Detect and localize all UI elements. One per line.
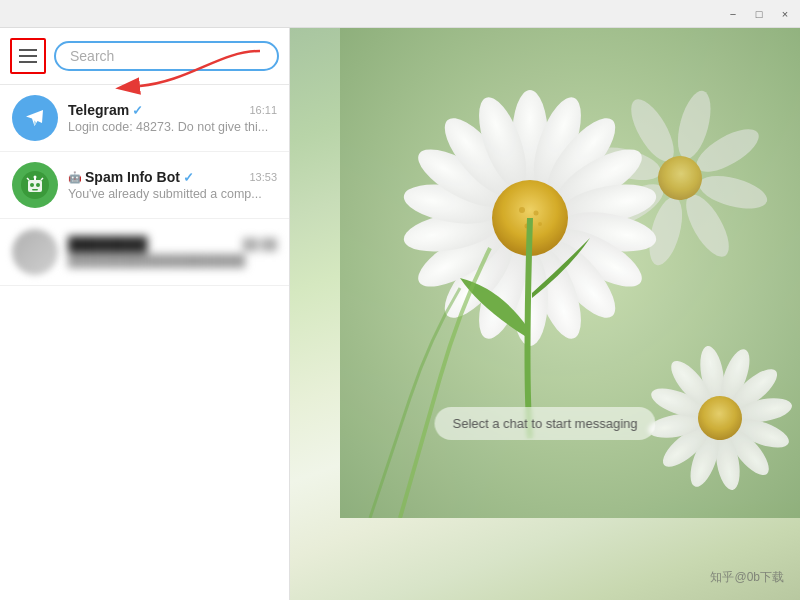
- svg-point-42: [538, 222, 542, 226]
- watermark-text: 知乎@0b下载: [710, 569, 784, 586]
- avatar-blurred: [12, 229, 58, 275]
- chat-time-spam-bot: 13:53: [249, 171, 277, 183]
- title-bar: − □ ×: [0, 0, 800, 28]
- chat-preview-blurred: ████████████████████: [68, 254, 277, 268]
- chat-info-spam-bot: 🤖 Spam Info Bot ✓ 13:53 You've already s…: [68, 169, 277, 201]
- svg-point-3: [30, 183, 34, 187]
- chat-name-row-telegram: Telegram ✓ 16:11: [68, 102, 277, 118]
- chat-info-telegram: Telegram ✓ 16:11 Login code: 48273. Do n…: [68, 102, 277, 134]
- select-chat-message: Select a chat to start messaging: [435, 407, 656, 440]
- chat-time-blurred: ██:██: [243, 238, 277, 250]
- chat-preview-telegram: Login code: 48273. Do not give thi...: [68, 120, 277, 134]
- svg-rect-5: [32, 189, 38, 191]
- chat-info-blurred: ████████ ██:██ ████████████████████: [68, 236, 277, 268]
- close-button[interactable]: ×: [776, 5, 794, 23]
- menu-icon-line2: [19, 55, 37, 57]
- watermark: 知乎@0b下载: [710, 569, 784, 586]
- maximize-button[interactable]: □: [750, 5, 768, 23]
- search-bar: [0, 28, 289, 85]
- search-input[interactable]: [70, 48, 263, 64]
- chat-item-spam-bot[interactable]: 🤖 Spam Info Bot ✓ 13:53 You've already s…: [0, 152, 289, 219]
- svg-point-39: [519, 207, 525, 213]
- app-container: Telegram ✓ 16:11 Login code: 48273. Do n…: [0, 28, 800, 600]
- avatar-spam-bot: [12, 162, 58, 208]
- daisy-background: Select a chat to start messaging 知乎@0b下载: [290, 28, 800, 600]
- chat-name-blurred: ████████: [68, 236, 147, 252]
- sidebar: Telegram ✓ 16:11 Login code: 48273. Do n…: [0, 28, 290, 600]
- chat-name-telegram: Telegram ✓: [68, 102, 143, 118]
- bot-icon: 🤖: [68, 171, 82, 184]
- daisy-illustration: [340, 28, 800, 518]
- chat-time-telegram: 16:11: [249, 104, 277, 116]
- chat-preview-spam-bot: You've already submitted a comp...: [68, 187, 277, 201]
- main-content: Select a chat to start messaging 知乎@0b下载: [290, 28, 800, 600]
- chat-name-row-spam-bot: 🤖 Spam Info Bot ✓ 13:53: [68, 169, 277, 185]
- search-input-wrap[interactable]: [54, 41, 279, 71]
- svg-point-7: [34, 176, 37, 179]
- avatar-telegram: [12, 95, 58, 141]
- verified-badge-spam-bot: ✓: [183, 170, 194, 185]
- menu-icon-line1: [19, 49, 37, 51]
- chat-name-spam-bot: 🤖 Spam Info Bot ✓: [68, 169, 194, 185]
- chat-item-blurred[interactable]: ████████ ██:██ ████████████████████: [0, 219, 289, 286]
- svg-point-4: [36, 183, 40, 187]
- verified-badge-telegram: ✓: [132, 103, 143, 118]
- menu-button[interactable]: [10, 38, 46, 74]
- chat-item-telegram[interactable]: Telegram ✓ 16:11 Login code: 48273. Do n…: [0, 85, 289, 152]
- minimize-button[interactable]: −: [724, 5, 742, 23]
- chat-name-row-blurred: ████████ ██:██: [68, 236, 277, 252]
- svg-point-40: [534, 211, 539, 216]
- menu-icon-line3: [19, 61, 37, 63]
- chat-list: Telegram ✓ 16:11 Login code: 48273. Do n…: [0, 85, 289, 600]
